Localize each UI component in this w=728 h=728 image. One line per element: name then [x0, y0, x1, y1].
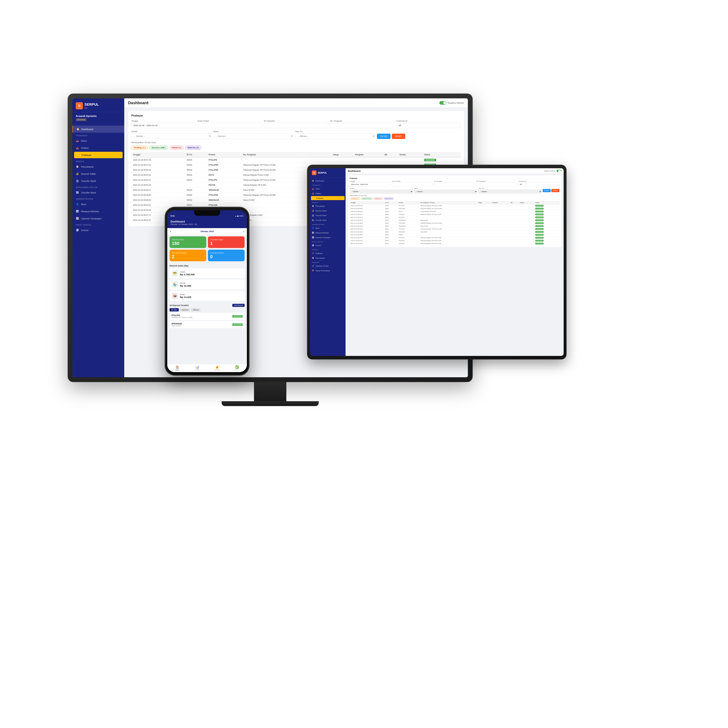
tablet-status-hold[interactable]: Hold On ( 0 ): [384, 197, 394, 200]
customer-id-input[interactable]: [396, 123, 461, 128]
mobile-nav-nominal[interactable]: 💰 Nominal: [207, 365, 227, 371]
tablet-akun-icon: 👤: [312, 227, 314, 229]
tablet-pascabayar-icon: 📋: [312, 205, 314, 207]
reset-button[interactable]: RESET: [392, 134, 405, 139]
tablet-nav-prabayar2[interactable]: ⚡ Prabayar: [310, 251, 346, 255]
nav-item-dashboard[interactable]: 🏠 Dashboard: [72, 125, 124, 133]
mobile-tab-official[interactable]: Official: [191, 308, 200, 311]
id-transaksi-input[interactable]: [264, 123, 328, 128]
tablet-col-id: ID Trx: [384, 201, 398, 204]
mobile-nav-official[interactable]: ✅ Official: [227, 365, 247, 371]
mobile-prev-btn[interactable]: ‹: [170, 230, 171, 233]
mobile-tab-nominal[interactable]: Nominal: [180, 308, 190, 311]
tablet-nav-pascabayar[interactable]: 📋 Pascabayar: [310, 204, 346, 208]
nav-item-akun[interactable]: 👤 Akun: [72, 200, 124, 208]
tanggal-input[interactable]: [132, 123, 196, 128]
tablet-nav-riwayat[interactable]: 📊 Riwayat Aktivitas: [310, 230, 346, 235]
tablet-reset-btn[interactable]: RESET: [551, 189, 560, 192]
no-pengisian-input[interactable]: [330, 123, 395, 128]
nav-item-transfer-bank-2[interactable]: 🔄 Transfer Bank: [72, 189, 124, 196]
tablet-filter-jalur: Jalur Trx -- Semua --: [478, 188, 541, 193]
tablet-nav-outbox[interactable]: 📤 Outbox: [310, 191, 346, 196]
mobile-txn-tabs: El Obs Nominal Official: [170, 308, 245, 311]
mobile-frame: 9:41 ▲ ◼ 100% Dashboard Periode: 14 Okto…: [165, 207, 249, 375]
tablet-cid-input[interactable]: [518, 183, 560, 186]
tablet-filter-grid: Tanggal Kode Produk ID Transaksi: [350, 180, 560, 186]
filter-button[interactable]: FILTER: [377, 134, 390, 139]
tablet-nav-laporan[interactable]: 📈 Laporan Keuangan: [310, 235, 346, 240]
kode-produk-input[interactable]: [198, 123, 262, 128]
mobile-stat-label-3: Transaksi Antrian: [210, 252, 242, 254]
tablet-vendor-select[interactable]: -- Semua --: [350, 190, 413, 193]
mobile-next-btn[interactable]: ›: [243, 230, 244, 233]
tablet-nav-invoice[interactable]: 🧾 Invoice: [310, 243, 346, 248]
nav-item-pascabayar[interactable]: 📋 Pascabayar: [72, 163, 124, 170]
tablet-nav-pascabayar2[interactable]: 📋 Pascabayar: [310, 255, 346, 260]
jalur-select[interactable]: -- Semua --: [295, 133, 375, 139]
prabayar-icon: ⚡: [76, 153, 80, 157]
mobile-tab-elobs[interactable]: El Obs: [170, 308, 179, 311]
nav-item-laporan[interactable]: 📈 Laporan Keuangan: [72, 215, 124, 222]
tablet-nav-gateway[interactable]: 🔗 Gateway Vendor: [310, 263, 346, 268]
tablet-prabayar2-icon: ⚡: [312, 252, 314, 254]
tablet-nav-section-produk: PRODUK: [310, 200, 346, 204]
tablet-nav-topup[interactable]: 📦 Topup Purchasing: [310, 268, 346, 273]
filter-grid-top: Tanggal Kode Produk ID Transaksi: [132, 120, 461, 128]
nav-item-riwayat[interactable]: 📊 Riwayat Aktivitas: [72, 208, 124, 215]
mobile-home-icon: 🏠: [176, 365, 179, 369]
transfer-icon: 🔄: [76, 191, 79, 194]
filter-customer-id: Customer ID: [396, 120, 461, 128]
status-tabs: Pending ( 2 ) Success ( 928 ) Failed ( 2…: [132, 145, 461, 150]
tablet-status-pending[interactable]: Pending ( 2 ): [350, 197, 360, 200]
nav-item-outbox[interactable]: 📤 Outbox: [72, 144, 124, 151]
nav-item-deposit[interactable]: 💰 Deposit Saldo: [72, 170, 124, 177]
tablet-no-input[interactable]: [476, 183, 517, 186]
tablet-id-input[interactable]: [434, 183, 475, 186]
nav-item-inbox[interactable]: 📥 Inbox: [72, 137, 124, 144]
table-row: 2024-10-18 08:41:37 65524 PTSLVP5 Telkom…: [350, 236, 560, 239]
col-id-trx: ID Trx: [185, 152, 207, 158]
tablet-tanggal-input[interactable]: [350, 183, 391, 186]
tablet-nav-akun[interactable]: 👤 Akun: [310, 226, 346, 230]
mobile-nav-elobs[interactable]: 📊 El Obs: [187, 365, 207, 371]
tablet-filter-kode: Kode Produk: [392, 180, 433, 186]
tablet-nav-prabayar[interactable]: ⚡ Prabayar: [311, 196, 344, 200]
tablet-status-success[interactable]: Success ( 928 ): [361, 197, 373, 200]
mobile-txn-left-1: SPDANA25 Dana 25.000: [171, 323, 182, 327]
tablet-kode-input[interactable]: [392, 183, 433, 186]
tablet-nav-transfer[interactable]: 🏦 Transfer Bank: [310, 213, 346, 218]
status-tab-failed[interactable]: Failed ( 2 ): [170, 145, 184, 150]
mobile-deposit-unipin: 💳 Unipin Rp 3.790.500: [170, 268, 245, 278]
tablet-status-failed[interactable]: Failed ( 2 ): [373, 197, 382, 200]
nav-item-prabayar[interactable]: ⚡ Prabayar: [74, 152, 122, 158]
status-tab-pending[interactable]: Pending ( 2 ): [132, 145, 148, 150]
tablet-filter-btns: FILTER RESET: [543, 189, 560, 192]
mobile-nav-home[interactable]: 🏠 Home: [167, 365, 187, 371]
status-tab-hold[interactable]: Hold On ( 0 ): [185, 145, 202, 150]
tablet-prabayar-card: Prabayar Tanggal Kode Produk: [348, 175, 561, 247]
tablet-filter-btn[interactable]: FILTER: [543, 189, 551, 192]
status-tab-success[interactable]: Success ( 928 ): [149, 145, 168, 150]
tablet-transactions-table: Tanggal ID Trx Produk No. Pengisian / Pr…: [350, 201, 560, 245]
tablet-realtime-toggle[interactable]: [557, 170, 561, 172]
tablet-nav-dashboard[interactable]: 🏠 Dashboard: [310, 179, 346, 183]
tablet-status-tabs: Pending ( 2 ) Success ( 928 ) Failed ( 2…: [350, 197, 560, 200]
tablet-nav-transfer-store[interactable]: 🏪 Transfer Store: [310, 218, 346, 222]
sidebar-logo: S SERPUL pro: [72, 98, 124, 112]
nav-item-invoice[interactable]: 🧾 Invoice: [72, 226, 124, 234]
akun-icon: 👤: [76, 203, 79, 206]
user-name: Arsandi Aprianto: [76, 115, 121, 118]
tablet-status-select[interactable]: -- Semua --: [414, 190, 477, 193]
vendor-select[interactable]: -- Semua --: [132, 133, 211, 139]
nav-item-transfer-bank[interactable]: 🏦 Transfer Bank: [72, 177, 124, 184]
mobile-deposit-icon-2: 📦: [172, 293, 178, 299]
tablet-nav-deposit[interactable]: 💰 Deposit Saldo: [310, 208, 346, 213]
tablet-nav-inbox[interactable]: 📥 Inbox: [310, 187, 346, 191]
status-select[interactable]: -- Semua --: [213, 133, 293, 139]
mobile-time: 9:41: [171, 215, 175, 217]
mobile-txn-section: 10 Deposit Terakhir Lihat Semua El Obs N…: [167, 304, 247, 331]
tablet-jalur-select[interactable]: -- Semua --: [478, 190, 541, 193]
realtime-toggle[interactable]: [439, 101, 447, 105]
mobile-txn-btn[interactable]: Lihat Semua: [232, 304, 245, 307]
tablet-nav-section-admin: ADMINISTRATION: [310, 222, 346, 226]
